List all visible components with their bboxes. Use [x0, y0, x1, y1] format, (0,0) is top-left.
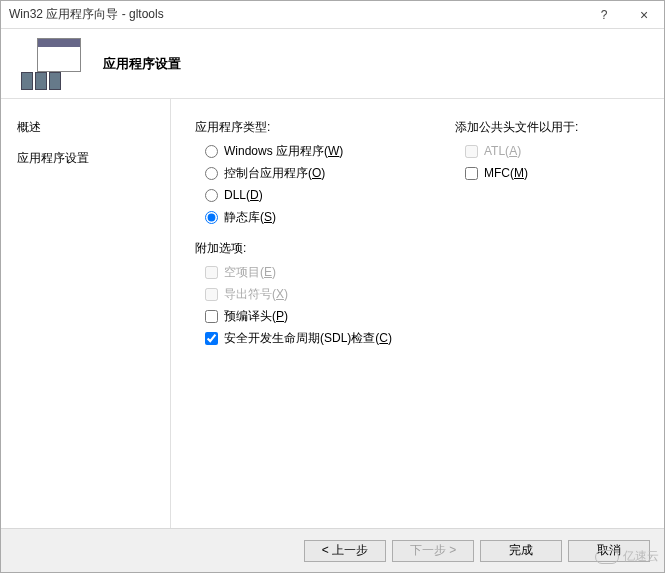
- radio-input[interactable]: [205, 211, 218, 224]
- checkbox-precompiled-header[interactable]: 预编译头(P): [205, 307, 415, 325]
- common-headers-label: 添加公共头文件以用于:: [455, 119, 578, 136]
- common-headers-options: ATL(A) MFC(M): [455, 142, 578, 182]
- checkbox-input[interactable]: [205, 310, 218, 323]
- radio-dll[interactable]: DLL(D): [205, 186, 415, 204]
- cancel-button[interactable]: 取消: [568, 540, 650, 562]
- right-column: 添加公共头文件以用于: ATL(A) MFC(M): [455, 119, 578, 508]
- checkbox-input: [465, 145, 478, 158]
- checkbox-input: [205, 266, 218, 279]
- radio-input[interactable]: [205, 145, 218, 158]
- content: 应用程序类型: Windows 应用程序(W) 控制台应用程序(O) DLL(D…: [171, 99, 664, 528]
- finish-button[interactable]: 完成: [480, 540, 562, 562]
- radio-windows-app[interactable]: Windows 应用程序(W): [205, 142, 415, 160]
- checkbox-atl: ATL(A): [465, 142, 578, 160]
- page-title: 应用程序设置: [103, 55, 181, 73]
- app-type-options: Windows 应用程序(W) 控制台应用程序(O) DLL(D) 静态库(S): [195, 142, 415, 226]
- checkbox-input[interactable]: [465, 167, 478, 180]
- sidebar-item-overview[interactable]: 概述: [17, 119, 154, 136]
- sidebar-item-settings[interactable]: 应用程序设置: [17, 150, 154, 167]
- prev-button[interactable]: < 上一步: [304, 540, 386, 562]
- add-opts-label: 附加选项:: [195, 240, 415, 257]
- close-button[interactable]: ×: [624, 1, 664, 29]
- radio-input[interactable]: [205, 189, 218, 202]
- sidebar: 概述 应用程序设置: [1, 99, 171, 528]
- next-button: 下一步 >: [392, 540, 474, 562]
- wizard-dialog: Win32 应用程序向导 - gltools ? × 应用程序设置 概述 应用程…: [0, 0, 665, 573]
- checkbox-export-symbols: 导出符号(X): [205, 285, 415, 303]
- radio-input[interactable]: [205, 167, 218, 180]
- add-opts: 空项目(E) 导出符号(X) 预编译头(P) 安全开发生命周期(SDL)检查(C…: [195, 263, 415, 347]
- help-button[interactable]: ?: [584, 1, 624, 29]
- titlebar: Win32 应用程序向导 - gltools ? ×: [1, 1, 664, 29]
- body: 概述 应用程序设置 应用程序类型: Windows 应用程序(W) 控制台应用程…: [1, 99, 664, 528]
- checkbox-empty-project: 空项目(E): [205, 263, 415, 281]
- checkbox-input: [205, 288, 218, 301]
- wizard-icon: [17, 38, 87, 90]
- radio-static-lib[interactable]: 静态库(S): [205, 208, 415, 226]
- app-type-label: 应用程序类型:: [195, 119, 415, 136]
- window-title: Win32 应用程序向导 - gltools: [9, 6, 164, 23]
- left-column: 应用程序类型: Windows 应用程序(W) 控制台应用程序(O) DLL(D…: [195, 119, 415, 508]
- footer: < 上一步 下一步 > 完成 取消: [1, 528, 664, 572]
- header: 应用程序设置: [1, 29, 664, 99]
- radio-console-app[interactable]: 控制台应用程序(O): [205, 164, 415, 182]
- checkbox-sdl-checks[interactable]: 安全开发生命周期(SDL)检查(C): [205, 329, 415, 347]
- checkbox-input[interactable]: [205, 332, 218, 345]
- checkbox-mfc[interactable]: MFC(M): [465, 164, 578, 182]
